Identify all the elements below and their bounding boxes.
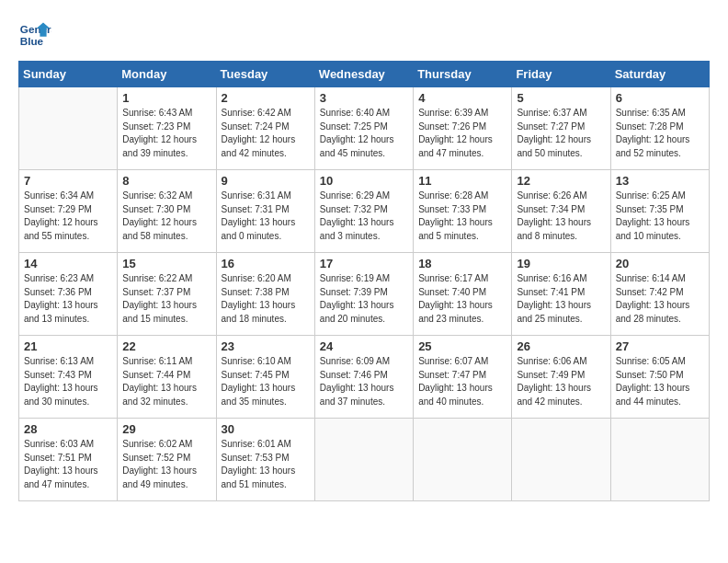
cell-info: Sunrise: 6:05 AMSunset: 7:50 PMDaylight:… — [616, 355, 704, 408]
calendar-cell: 20Sunrise: 6:14 AMSunset: 7:42 PMDayligh… — [610, 253, 709, 336]
calendar-cell — [610, 419, 709, 501]
day-number: 13 — [616, 174, 704, 188]
calendar-cell: 13Sunrise: 6:25 AMSunset: 7:35 PMDayligh… — [610, 170, 709, 253]
day-number: 1 — [122, 91, 210, 105]
cell-info: Sunrise: 6:37 AMSunset: 7:27 PMDaylight:… — [517, 107, 605, 160]
cell-info: Sunrise: 6:32 AMSunset: 7:30 PMDaylight:… — [122, 190, 210, 243]
cell-info: Sunrise: 6:17 AMSunset: 7:40 PMDaylight:… — [418, 272, 506, 326]
day-number: 23 — [222, 339, 310, 353]
calendar-body: 1Sunrise: 6:43 AMSunset: 7:23 PMDaylight… — [19, 87, 710, 501]
calendar-cell — [314, 419, 413, 501]
day-number: 15 — [122, 257, 210, 270]
day-header-friday: Friday — [512, 62, 610, 87]
day-number: 3 — [320, 91, 408, 105]
cell-info: Sunrise: 6:25 AMSunset: 7:35 PMDaylight:… — [616, 190, 704, 243]
calendar-cell: 18Sunrise: 6:17 AMSunset: 7:40 PMDayligh… — [414, 253, 512, 336]
cell-info: Sunrise: 6:29 AMSunset: 7:32 PMDaylight:… — [320, 190, 408, 243]
cell-info: Sunrise: 6:13 AMSunset: 7:43 PMDaylight:… — [24, 355, 112, 408]
cell-info: Sunrise: 6:26 AMSunset: 7:34 PMDaylight:… — [517, 190, 605, 243]
day-number: 16 — [222, 257, 310, 270]
cell-info: Sunrise: 6:16 AMSunset: 7:41 PMDaylight:… — [517, 272, 605, 326]
cell-info: Sunrise: 6:34 AMSunset: 7:29 PMDaylight:… — [24, 190, 112, 243]
calendar-week-5: 28Sunrise: 6:03 AMSunset: 7:51 PMDayligh… — [19, 419, 710, 501]
day-number: 7 — [24, 174, 112, 188]
cell-info: Sunrise: 6:20 AMSunset: 7:38 PMDaylight:… — [222, 272, 310, 326]
day-number: 27 — [616, 339, 704, 353]
cell-info: Sunrise: 6:09 AMSunset: 7:46 PMDaylight:… — [320, 355, 408, 408]
calendar-cell: 3Sunrise: 6:40 AMSunset: 7:25 PMDaylight… — [314, 87, 413, 170]
calendar-cell: 9Sunrise: 6:31 AMSunset: 7:31 PMDaylight… — [216, 170, 314, 253]
calendar-week-1: 1Sunrise: 6:43 AMSunset: 7:23 PMDaylight… — [19, 87, 710, 170]
cell-info: Sunrise: 6:14 AMSunset: 7:42 PMDaylight:… — [616, 272, 704, 326]
calendar-week-4: 21Sunrise: 6:13 AMSunset: 7:43 PMDayligh… — [19, 336, 710, 419]
calendar-cell: 15Sunrise: 6:22 AMSunset: 7:37 PMDayligh… — [118, 253, 216, 336]
cell-info: Sunrise: 6:02 AMSunset: 7:52 PMDaylight:… — [122, 438, 210, 491]
cell-info: Sunrise: 6:10 AMSunset: 7:45 PMDaylight:… — [222, 355, 310, 408]
day-number: 9 — [222, 174, 310, 188]
calendar-cell: 17Sunrise: 6:19 AMSunset: 7:39 PMDayligh… — [314, 253, 413, 336]
day-number: 26 — [517, 339, 605, 353]
calendar-cell: 29Sunrise: 6:02 AMSunset: 7:52 PMDayligh… — [118, 419, 216, 501]
svg-text:General: General — [20, 23, 51, 35]
day-number: 29 — [122, 422, 210, 436]
calendar-cell: 22Sunrise: 6:11 AMSunset: 7:44 PMDayligh… — [118, 336, 216, 419]
calendar-table: SundayMondayTuesdayWednesdayThursdayFrid… — [18, 61, 710, 501]
calendar-cell: 11Sunrise: 6:28 AMSunset: 7:33 PMDayligh… — [414, 170, 512, 253]
day-header-wednesday: Wednesday — [314, 62, 413, 87]
calendar-cell: 14Sunrise: 6:23 AMSunset: 7:36 PMDayligh… — [19, 253, 118, 336]
cell-info: Sunrise: 6:40 AMSunset: 7:25 PMDaylight:… — [320, 107, 408, 160]
logo-icon: General Blue — [18, 18, 51, 52]
cell-info: Sunrise: 6:11 AMSunset: 7:44 PMDaylight:… — [122, 355, 210, 408]
day-number: 18 — [418, 257, 506, 270]
cell-info: Sunrise: 6:07 AMSunset: 7:47 PMDaylight:… — [418, 355, 506, 408]
day-number: 5 — [517, 91, 605, 105]
cell-info: Sunrise: 6:43 AMSunset: 7:23 PMDaylight:… — [122, 107, 210, 160]
calendar-cell: 16Sunrise: 6:20 AMSunset: 7:38 PMDayligh… — [216, 253, 314, 336]
day-number: 11 — [418, 174, 506, 188]
day-header-thursday: Thursday — [414, 62, 512, 87]
cell-info: Sunrise: 6:31 AMSunset: 7:31 PMDaylight:… — [222, 190, 310, 243]
day-number: 8 — [122, 174, 210, 188]
calendar-cell: 28Sunrise: 6:03 AMSunset: 7:51 PMDayligh… — [19, 419, 118, 501]
calendar-cell: 30Sunrise: 6:01 AMSunset: 7:53 PMDayligh… — [216, 419, 314, 501]
calendar-week-3: 14Sunrise: 6:23 AMSunset: 7:36 PMDayligh… — [19, 253, 710, 336]
calendar-cell — [19, 87, 118, 170]
day-number: 25 — [418, 339, 506, 353]
calendar-cell: 1Sunrise: 6:43 AMSunset: 7:23 PMDaylight… — [118, 87, 216, 170]
day-number: 2 — [222, 91, 310, 105]
calendar-cell: 26Sunrise: 6:06 AMSunset: 7:49 PMDayligh… — [512, 336, 610, 419]
day-number: 17 — [320, 257, 408, 270]
day-header-sunday: Sunday — [19, 62, 118, 87]
calendar-cell: 21Sunrise: 6:13 AMSunset: 7:43 PMDayligh… — [19, 336, 118, 419]
day-header-saturday: Saturday — [610, 62, 709, 87]
calendar-cell: 25Sunrise: 6:07 AMSunset: 7:47 PMDayligh… — [414, 336, 512, 419]
day-number: 4 — [418, 91, 506, 105]
calendar-cell: 27Sunrise: 6:05 AMSunset: 7:50 PMDayligh… — [610, 336, 709, 419]
day-number: 28 — [24, 422, 112, 436]
calendar-cell: 8Sunrise: 6:32 AMSunset: 7:30 PMDaylight… — [118, 170, 216, 253]
cell-info: Sunrise: 6:35 AMSunset: 7:28 PMDaylight:… — [616, 107, 704, 160]
calendar-cell: 23Sunrise: 6:10 AMSunset: 7:45 PMDayligh… — [216, 336, 314, 419]
calendar-cell: 2Sunrise: 6:42 AMSunset: 7:24 PMDaylight… — [216, 87, 314, 170]
calendar-week-2: 7Sunrise: 6:34 AMSunset: 7:29 PMDaylight… — [19, 170, 710, 253]
cell-info: Sunrise: 6:19 AMSunset: 7:39 PMDaylight:… — [320, 272, 408, 326]
cell-info: Sunrise: 6:39 AMSunset: 7:26 PMDaylight:… — [418, 107, 506, 160]
calendar-cell: 24Sunrise: 6:09 AMSunset: 7:46 PMDayligh… — [314, 336, 413, 419]
day-number: 10 — [320, 174, 408, 188]
calendar-cell: 12Sunrise: 6:26 AMSunset: 7:34 PMDayligh… — [512, 170, 610, 253]
day-number: 14 — [24, 257, 112, 270]
calendar-cell: 4Sunrise: 6:39 AMSunset: 7:26 PMDaylight… — [414, 87, 512, 170]
day-number: 24 — [320, 339, 408, 353]
cell-info: Sunrise: 6:22 AMSunset: 7:37 PMDaylight:… — [122, 272, 210, 326]
calendar-cell: 7Sunrise: 6:34 AMSunset: 7:29 PMDaylight… — [19, 170, 118, 253]
cell-info: Sunrise: 6:03 AMSunset: 7:51 PMDaylight:… — [24, 438, 112, 491]
calendar-cell: 10Sunrise: 6:29 AMSunset: 7:32 PMDayligh… — [314, 170, 413, 253]
day-number: 6 — [616, 91, 704, 105]
calendar-cell — [512, 419, 610, 501]
cell-info: Sunrise: 6:06 AMSunset: 7:49 PMDaylight:… — [517, 355, 605, 408]
day-number: 22 — [122, 339, 210, 353]
logo: General Blue — [18, 18, 51, 52]
cell-info: Sunrise: 6:28 AMSunset: 7:33 PMDaylight:… — [418, 190, 506, 243]
page-header: General Blue — [18, 18, 710, 52]
day-number: 19 — [517, 257, 605, 270]
